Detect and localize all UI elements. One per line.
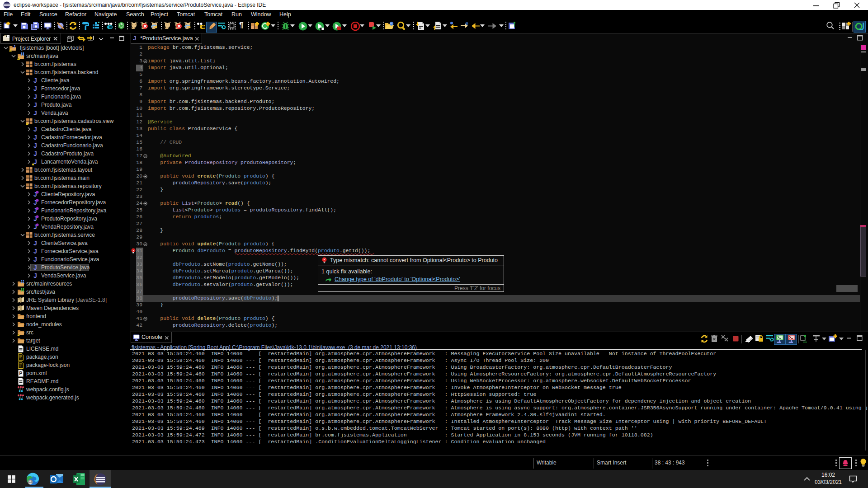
svg-text:J: J	[33, 248, 37, 255]
svg-text:J: J	[33, 239, 37, 247]
svg-text:J: J	[33, 85, 37, 92]
svg-text:J: J	[33, 272, 37, 279]
svg-text:J: J	[33, 150, 37, 157]
svg-text:J: J	[33, 126, 37, 133]
svg-text:P: P	[19, 371, 23, 376]
svg-text:J: J	[33, 93, 37, 100]
svg-text:J: J	[33, 77, 37, 84]
svg-text:J: J	[13, 44, 15, 49]
svg-text:J: J	[33, 256, 37, 263]
svg-text:J: J	[33, 101, 37, 108]
svg-text:J: J	[33, 142, 37, 149]
svg-text:J: J	[33, 109, 37, 117]
svg-text:J: J	[33, 134, 37, 141]
svg-text:J: J	[33, 158, 37, 165]
svg-text:J: J	[33, 264, 37, 271]
